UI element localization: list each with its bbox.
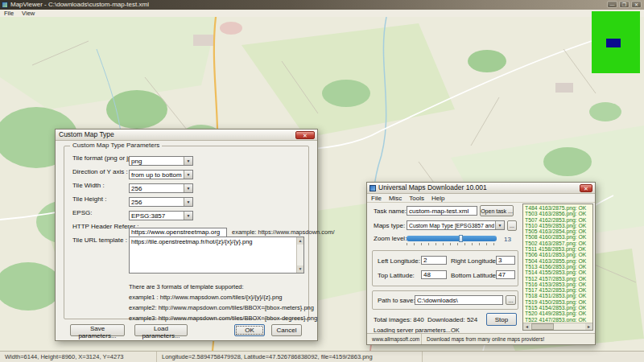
status-pixel-info: Width=6144, Height=8960, X=3124, Y=4273 (0, 352, 157, 362)
mapviewer-titlebar: MapViewer - C:\downloads\custom-map-test… (0, 0, 644, 10)
menu-item[interactable]: File (371, 194, 382, 202)
referer-label: HTTP Header Referer : (72, 223, 129, 230)
help-line: There are 3 formats of template supporte… (129, 282, 302, 292)
scrollbar-thumb[interactable] (531, 323, 554, 330)
log-entry: T515 4154/2853.png: OK (525, 305, 592, 311)
template-label: Tile URL template : (72, 237, 129, 244)
log-entry: T517 4152/2853.png: OK (525, 287, 592, 293)
help-line: example3: http://www.mapsdown.com/tiles/… (129, 313, 302, 323)
form-row: Tile Height :256▼ (72, 195, 302, 209)
form-row: Direction of Y axis :from up to bottom▼ (72, 168, 302, 182)
zoom-slider-thumb[interactable] (459, 235, 463, 242)
stop-button[interactable]: Stop (486, 313, 517, 326)
log-entry: T519 4150/2853.png: OK (525, 299, 592, 305)
combo-select[interactable]: 256▼ (129, 197, 193, 207)
close-icon[interactable]: ✕ (295, 131, 315, 139)
log-entry: T508 4160/2853.png: OK (525, 234, 592, 240)
left-longitude-label: Left Longitude: (378, 257, 420, 265)
field-label: Tile Height : (72, 195, 129, 203)
template-textarea[interactable]: https://tile.openstreetmap.fr/hot/{z}/{x… (129, 237, 304, 274)
status-geo-info: Longitude=2.5894758479928, Latitude=47.5… (157, 352, 423, 362)
combo-select[interactable]: 256▼ (129, 183, 193, 193)
vertical-scrollbar[interactable]: ▲▼ (296, 237, 303, 273)
load-parameters-button[interactable]: Load parameters... (134, 324, 188, 336)
help-line: example1 : http://www.mapsdown.com/tiles… (129, 292, 302, 302)
menu-item[interactable]: Help (431, 194, 444, 202)
maps-type-browse-button[interactable]: ... (507, 220, 517, 231)
path-to-save-label: Path to save: (378, 297, 415, 304)
path-groupbox: Path to save: ... (372, 290, 518, 310)
umd-app-icon (369, 185, 376, 191)
close-button[interactable]: ✕ (631, 1, 642, 8)
combo-select[interactable]: from up to bottom▼ (129, 170, 193, 179)
log-entry: T504 4163/2855.png: OK (525, 258, 592, 264)
referer-input[interactable] (129, 228, 227, 237)
maps-type-label: Maps type: (374, 222, 405, 229)
save-parameters-button[interactable]: Save parameters... (70, 324, 125, 336)
right-longitude-label: Right Longitude: (451, 257, 497, 265)
log-entry: T507 4162/2853.png: OK (525, 217, 592, 223)
maps-type-combo[interactable]: Custom Map Type [EPSG3857 and EPSG4326 s… (407, 220, 505, 230)
ok-button[interactable]: OK (234, 324, 265, 336)
combo-select[interactable]: png▼ (129, 156, 193, 166)
cancel-button[interactable]: Cancel (271, 324, 302, 336)
chevron-down-icon: ▼ (184, 198, 192, 206)
log-lines: T484 4163/2875.png: OKT503 4163/2856.png… (525, 205, 592, 322)
menu-item[interactable]: File (4, 10, 14, 17)
umd-titlebar: Universal Maps Downloader 10.001 ✕ (367, 183, 595, 194)
top-latitude-label: Top Latitude: (378, 272, 415, 279)
scroll-right-icon[interactable]: ► (585, 323, 592, 330)
log-entry: T520 4149/2853.png: OK (525, 311, 592, 316)
log-entry: T510 4159/2853.png: OK (525, 223, 592, 228)
maximize-button[interactable]: ❐ (619, 1, 630, 8)
custom-map-type-dialog: Custom Map Type ✕ Custom Map Type Parame… (55, 129, 318, 341)
log-entry: T506 4161/2853.png: OK (525, 252, 592, 257)
footer-tagline: Download maps from many online maps prov… (422, 334, 595, 344)
download-log-panel[interactable]: T484 4163/2875.png: OKT503 4163/2856.png… (522, 204, 593, 331)
chevron-down-icon: ▼ (495, 221, 504, 229)
zoom-slider[interactable] (407, 236, 497, 241)
task-name-input[interactable] (407, 206, 477, 216)
log-entry: T522 4147/2853.png: OK (525, 317, 592, 322)
scroll-down-icon[interactable]: ▼ (297, 265, 303, 273)
mapviewer-app-icon (2, 2, 8, 8)
combo-rows: Tile format (png or jpg):png▼ Direction … (72, 154, 302, 223)
total-images-label: Total images: 840 (374, 316, 424, 323)
umd-menubar: FileMiscToolsHelp (367, 194, 595, 203)
log-entry: T516 4153/2853.png: OK (525, 282, 592, 287)
open-task-button[interactable]: Open task ... (480, 205, 514, 216)
download-area-overlay (592, 11, 640, 73)
bottom-latitude-input[interactable] (496, 270, 515, 279)
close-icon[interactable]: ✕ (580, 184, 592, 192)
combo-select[interactable]: EPSG:3857▼ (129, 211, 193, 220)
top-latitude-input[interactable] (421, 270, 447, 279)
custom-dialog-title: Custom Map Type (59, 130, 114, 140)
mapviewer-title: MapViewer - C:\downloads\custom-map-test… (10, 0, 149, 10)
right-longitude-input[interactable] (496, 256, 515, 265)
log-entry: T513 4156/2853.png: OK (525, 264, 592, 269)
horizontal-scrollbar[interactable]: ◄ ► (523, 323, 592, 330)
minimize-button[interactable]: — (607, 1, 617, 8)
left-longitude-input[interactable] (421, 256, 447, 265)
menu-item[interactable]: Tools (409, 194, 424, 202)
log-entry: T514 4155/2853.png: OK (525, 269, 592, 275)
desktop: MapViewer - C:\downloads\custom-map-test… (0, 0, 644, 362)
referer-row: HTTP Header Referer :example: https://ww… (72, 223, 302, 237)
template-row: Tile URL template :https://tile.openstre… (72, 237, 302, 278)
menu-item[interactable]: Misc (389, 194, 402, 202)
scroll-up-icon[interactable]: ▲ (297, 237, 303, 245)
field-label: Direction of Y axis : (72, 168, 129, 175)
groupbox-label: Custom Map Type Parameters (70, 142, 162, 150)
template-help-text: There are 3 formats of template supporte… (129, 282, 302, 323)
scroll-left-icon[interactable]: ◄ (523, 323, 530, 330)
zoom-level-label: Zoom level: (374, 235, 407, 242)
field-label: Tile format (png or jpg): (72, 154, 129, 162)
zoom-level-value: 13 (504, 236, 511, 243)
status-spacer (423, 352, 644, 362)
custom-dialog-titlebar: Custom Map Type ✕ (56, 130, 317, 141)
log-entry: T484 4163/2875.png: OK (525, 205, 592, 211)
menu-item[interactable]: View (22, 10, 35, 17)
path-browse-button[interactable]: ... (506, 295, 516, 305)
chevron-down-icon: ▼ (184, 212, 192, 220)
path-to-save-input[interactable] (415, 295, 503, 305)
